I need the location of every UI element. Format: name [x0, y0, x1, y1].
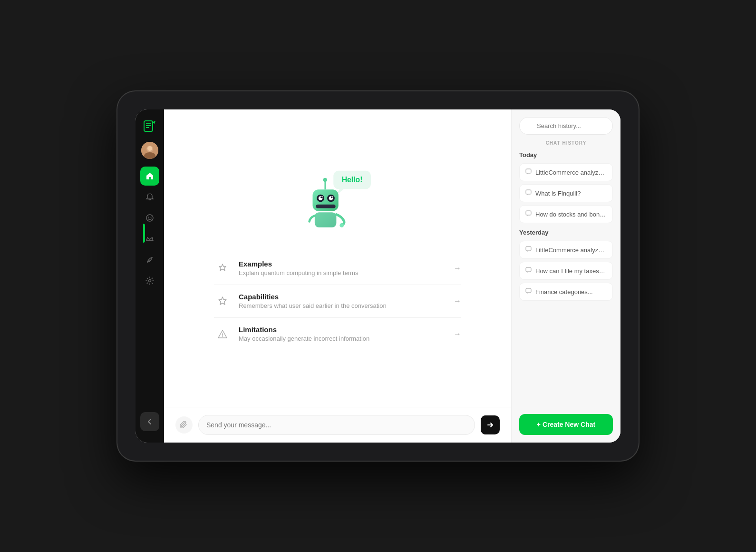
history-item-text: How can I file my taxes online?: [535, 267, 607, 275]
feature-limitations-desc: May occasionally generate incorrect info…: [239, 335, 446, 342]
chat-bubble-icon: [525, 246, 532, 254]
svg-rect-34: [526, 169, 531, 173]
examples-icon: [214, 260, 231, 277]
feature-examples[interactable]: Examples Explain quantum computing in si…: [214, 252, 461, 285]
today-section: Today LittleCommerce analyze...: [519, 151, 613, 223]
svg-point-31: [222, 336, 223, 337]
feature-examples-text: Examples Explain quantum computing in si…: [239, 260, 446, 276]
back-button[interactable]: [140, 412, 159, 431]
robot-illustration: Hello!: [300, 167, 376, 233]
history-item-text: LittleCommerce analyze...: [535, 246, 607, 254]
avatar[interactable]: [141, 142, 158, 159]
create-new-chat-button[interactable]: + Create New Chat: [519, 414, 613, 435]
svg-point-8: [147, 146, 152, 151]
chat-bubble-icon: [525, 210, 532, 218]
capabilities-arrow-icon: →: [454, 297, 461, 306]
history-item[interactable]: LittleCommerce analyze...: [519, 163, 613, 181]
history-item[interactable]: LittleCommerce analyze...: [519, 241, 613, 259]
message-input[interactable]: [198, 415, 475, 435]
features-list: Examples Explain quantum computing in si…: [214, 252, 461, 350]
svg-rect-28: [315, 212, 337, 227]
svg-point-17: [323, 177, 327, 182]
svg-point-12: [149, 280, 151, 282]
feature-capabilities-title: Capabilities: [239, 293, 446, 301]
bot-hero: Hello!: [300, 167, 376, 233]
app-container: Hello!: [136, 109, 620, 443]
active-indicator: [143, 224, 145, 243]
yesterday-title: Yesterday: [519, 229, 613, 236]
feature-limitations-title: Limitations: [239, 325, 446, 334]
limitations-arrow-icon: →: [454, 330, 461, 338]
history-item-text: How do stocks and bonds work?: [535, 211, 607, 218]
logo-icon: [141, 117, 158, 134]
svg-rect-36: [526, 211, 531, 215]
examples-arrow-icon: →: [454, 264, 461, 273]
history-item[interactable]: How do stocks and bonds work?: [519, 205, 613, 223]
yesterday-section: Yesterday LittleCommerce analyze...: [519, 229, 613, 301]
left-sidebar: [136, 109, 164, 443]
feature-limitations[interactable]: Limitations May occasionally generate in…: [214, 318, 461, 350]
search-wrapper: [519, 117, 613, 135]
device-frame: Hello!: [116, 90, 640, 462]
history-item[interactable]: What is Finquill?: [519, 184, 613, 202]
chat-bubble-icon: [525, 288, 532, 296]
svg-point-9: [146, 215, 153, 221]
svg-rect-38: [526, 267, 531, 272]
feature-examples-desc: Explain quantum computing in simple term…: [239, 269, 446, 276]
attachment-button[interactable]: [175, 416, 193, 434]
svg-rect-39: [526, 288, 531, 293]
chat-bubble-icon: [525, 189, 532, 197]
history-item[interactable]: Finance categories...: [519, 283, 613, 301]
limitations-icon: [214, 325, 231, 343]
sidebar-nav: [140, 167, 159, 408]
svg-rect-27: [316, 204, 336, 208]
feature-capabilities[interactable]: Capabilities Remembers what user said ea…: [214, 285, 461, 318]
svg-rect-35: [526, 190, 531, 194]
chat-area: Hello!: [164, 109, 511, 407]
svg-point-11: [151, 217, 152, 218]
chat-history-label: CHAT HISTORY: [519, 140, 613, 146]
capabilities-icon: [214, 293, 231, 310]
svg-text:Hello!: Hello!: [342, 176, 363, 184]
chat-bubble-icon: [525, 267, 532, 275]
today-title: Today: [519, 151, 613, 158]
sidebar-item-leaf[interactable]: [140, 250, 159, 269]
sidebar-item-home[interactable]: [140, 167, 159, 186]
sidebar-item-bell[interactable]: [140, 187, 159, 207]
search-input[interactable]: [519, 117, 613, 135]
sidebar-item-settings[interactable]: [140, 271, 159, 290]
main-content: Hello!: [164, 109, 511, 443]
feature-capabilities-text: Capabilities Remembers what user said ea…: [239, 293, 446, 309]
feature-examples-title: Examples: [239, 260, 446, 268]
svg-point-26: [332, 196, 333, 197]
history-item[interactable]: How can I file my taxes online?: [519, 262, 613, 280]
sidebar-bottom: [140, 412, 159, 435]
svg-rect-37: [526, 246, 531, 251]
send-button[interactable]: [481, 415, 500, 434]
right-sidebar: CHAT HISTORY Today LittleCommerce analyz…: [511, 109, 620, 443]
history-item-text: What is Finquill?: [535, 190, 581, 197]
history-item-text: Finance categories...: [535, 288, 593, 296]
svg-point-25: [321, 196, 323, 197]
chat-bubble-icon: [525, 168, 532, 176]
input-area: [164, 407, 511, 443]
history-item-text: LittleCommerce analyze...: [535, 169, 607, 176]
feature-limitations-text: Limitations May occasionally generate in…: [239, 325, 446, 342]
svg-point-29: [339, 223, 344, 227]
svg-point-10: [148, 217, 149, 218]
feature-capabilities-desc: Remembers what user said earlier in the …: [239, 302, 446, 309]
